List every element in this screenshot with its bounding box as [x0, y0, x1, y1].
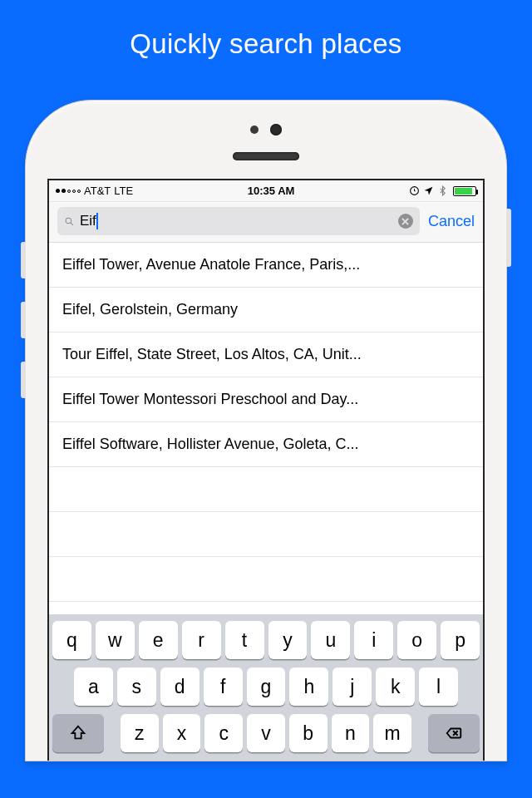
key-y[interactable]: y — [268, 621, 308, 659]
search-result-row[interactable]: Eiffel Tower Montessori Preschool and Da… — [49, 377, 483, 422]
search-result-row[interactable]: Eiffel Tower, Avenue Anatole France, Par… — [49, 243, 483, 288]
empty-row: . — [49, 512, 483, 557]
key-r[interactable]: r — [182, 621, 221, 659]
empty-row: . — [49, 467, 483, 512]
carrier-label: AT&T — [84, 185, 111, 197]
key-c[interactable]: c — [204, 714, 243, 752]
key-x[interactable]: x — [163, 714, 201, 752]
key-d[interactable]: d — [160, 667, 200, 706]
phone-frame: AT&T LTE 10:35 AM Eif — [25, 100, 507, 761]
shift-icon — [69, 724, 87, 742]
key-g[interactable]: g — [247, 667, 286, 706]
search-results: Eiffel Tower, Avenue Anatole France, Par… — [49, 243, 483, 602]
key-a[interactable]: a — [74, 667, 113, 706]
bluetooth-icon — [437, 185, 448, 196]
proximity-sensor — [250, 126, 259, 134]
backspace-key[interactable] — [428, 714, 480, 752]
search-field[interactable]: Eif — [57, 207, 420, 235]
status-bar: AT&T LTE 10:35 AM — [49, 180, 483, 202]
screen: AT&T LTE 10:35 AM Eif — [47, 179, 485, 761]
svg-line-2 — [71, 223, 73, 225]
network-label: LTE — [114, 185, 133, 197]
cancel-button[interactable]: Cancel — [428, 213, 475, 230]
key-f[interactable]: f — [204, 667, 243, 706]
text-cursor — [96, 213, 98, 229]
battery-icon — [453, 186, 476, 196]
key-z[interactable]: z — [121, 714, 159, 752]
backspace-icon — [445, 724, 463, 742]
search-icon — [64, 216, 75, 227]
key-o[interactable]: o — [397, 621, 436, 659]
clear-search-button[interactable] — [398, 214, 413, 229]
shift-key[interactable] — [52, 714, 104, 752]
search-result-row[interactable]: Eifel, Gerolstein, Germany — [49, 288, 483, 332]
key-s[interactable]: s — [117, 667, 156, 706]
orientation-lock-icon — [409, 185, 420, 196]
key-p[interactable]: p — [441, 621, 480, 659]
key-t[interactable]: t — [225, 621, 264, 659]
clock: 10:35 AM — [248, 185, 295, 197]
earpiece-speaker — [233, 152, 299, 160]
search-input-value: Eif — [80, 213, 96, 229]
key-n[interactable]: n — [332, 714, 370, 752]
key-e[interactable]: e — [139, 621, 178, 659]
front-camera — [270, 124, 282, 135]
svg-point-1 — [66, 218, 71, 224]
phone-sensors — [47, 124, 485, 135]
signal-strength-icon — [56, 189, 81, 193]
search-bar: Eif Cancel — [49, 202, 483, 243]
key-w[interactable]: w — [96, 621, 135, 659]
key-u[interactable]: u — [311, 621, 350, 659]
search-result-row[interactable]: Tour Eiffel, State Street, Los Altos, CA… — [49, 332, 483, 377]
key-i[interactable]: i — [354, 621, 393, 659]
promo-title: Quickly search places — [0, 0, 532, 60]
keyboard: q w e r t y u i o p a s d f g h j k l — [49, 614, 483, 761]
key-m[interactable]: m — [373, 714, 411, 752]
key-j[interactable]: j — [332, 667, 372, 706]
key-v[interactable]: v — [247, 714, 285, 752]
key-h[interactable]: h — [289, 667, 328, 706]
empty-row: . — [49, 557, 483, 602]
close-icon — [401, 218, 409, 225]
key-q[interactable]: q — [52, 621, 91, 659]
key-k[interactable]: k — [376, 667, 415, 706]
search-result-row[interactable]: Eiffel Software, Hollister Avenue, Golet… — [49, 422, 483, 467]
key-b[interactable]: b — [289, 714, 328, 752]
key-l[interactable]: l — [419, 667, 458, 706]
location-icon — [423, 185, 434, 196]
